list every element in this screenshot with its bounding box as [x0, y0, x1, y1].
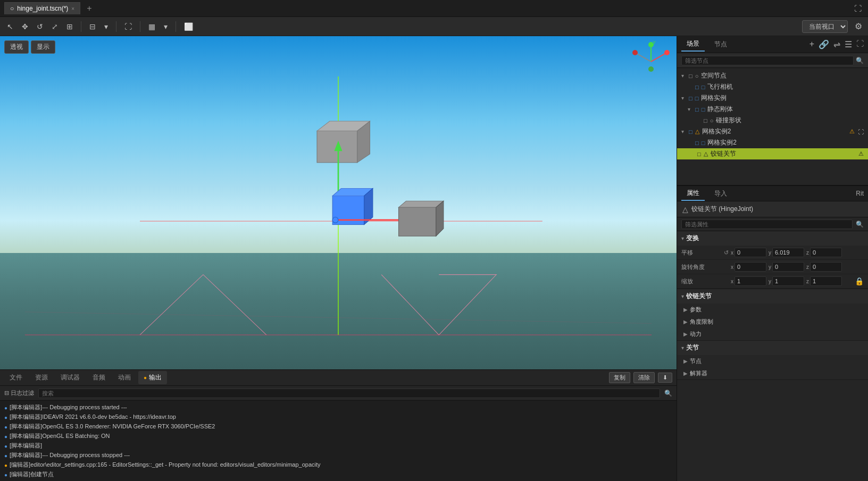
tree-item-collision[interactable]: □ ○ 碰撞形状 [677, 115, 868, 126]
scale-lock-btn[interactable]: 🔒 [855, 277, 864, 285]
translate-y-input[interactable] [772, 248, 804, 257]
scene-tab-icon: ○ [10, 5, 14, 12]
angle-subsection: ▶ 角度限制 [677, 316, 868, 328]
joint-section-header[interactable]: ▾ 关节 [677, 341, 868, 355]
svg-line-21 [651, 53, 666, 62]
panel-menu-btn[interactable]: ☰ [845, 39, 852, 49]
display-mode-btn[interactable]: 显示 [31, 40, 55, 54]
node-panel-tab[interactable]: 节点 [709, 38, 732, 51]
scale-z-input[interactable] [810, 276, 842, 286]
tree-item-camera[interactable]: □ □ 飞行相机 [677, 81, 868, 92]
viewport-settings-btn[interactable]: ⚙ [853, 20, 864, 33]
console-tab-output[interactable]: 输出 [138, 371, 167, 384]
scale-tool-btn[interactable]: ⤢ [49, 21, 61, 32]
rotation-y-input[interactable] [772, 262, 804, 272]
params-header[interactable]: ▶ 参数 [677, 303, 868, 316]
transform-arrow-icon: ▾ [681, 235, 684, 241]
snap-menu-btn[interactable]: ▾ [102, 21, 111, 32]
viewport-btn[interactable]: ⬜ [181, 21, 196, 32]
warning-icon: ⚠ [849, 128, 855, 135]
rz-axis-label: z [806, 264, 809, 270]
tree-item-static-body[interactable]: ▾ □ □ 静态刚体 [677, 104, 868, 115]
log-filter-btn[interactable]: ⊟ 日志过滤 [4, 389, 34, 397]
node-sub-icon: □ [702, 106, 705, 113]
props-filter: 🔍 [677, 217, 868, 231]
scale-x-group: x [731, 276, 766, 286]
x-axis-label: x [731, 250, 733, 256]
tree-item-mesh2-parent[interactable]: ▾ □ △ 网格实例2 ⚠ ⛶ [677, 126, 868, 137]
console-tab-assets[interactable]: 资源 [30, 371, 53, 384]
log-line: ● [脚本编辑器]--- Debugging process stopped -… [4, 451, 672, 460]
console-tab-files[interactable]: 文件 [4, 371, 28, 384]
local-tool-btn[interactable]: ⊞ [64, 21, 76, 32]
console-tab-audio[interactable]: 音频 [87, 371, 111, 384]
solver-header[interactable]: ▶ 解算器 [677, 367, 868, 379]
props-filter-input[interactable] [681, 220, 853, 229]
node-type-icon: □ [689, 95, 692, 102]
console-tab-debugger[interactable]: 调试器 [55, 371, 85, 384]
viewport-gizmo[interactable]: Y [630, 40, 672, 85]
select-tool-btn[interactable]: ↖ [4, 21, 16, 32]
orientation-gizmo-svg: Y [630, 40, 672, 83]
tab-close-btn[interactable]: × [71, 6, 74, 12]
scale-row: 缩放 ↺ x y z [677, 274, 868, 289]
tree-item-mesh[interactable]: ▾ □ □ 网格实例 [677, 92, 868, 104]
move-tool-btn[interactable]: ✥ [19, 21, 31, 32]
tree-item-spatial[interactable]: ▾ □ ○ 空间节点 [677, 70, 868, 81]
props-tab-import[interactable]: 导入 [709, 187, 732, 200]
angle-header[interactable]: ▶ 角度限制 [677, 316, 868, 328]
rotate-tool-btn[interactable]: ↺ [34, 21, 46, 32]
translate-x-input[interactable] [735, 248, 766, 257]
params-title: 参数 [690, 306, 702, 314]
snap-btn[interactable]: ⊟ [87, 21, 98, 32]
motor-header[interactable]: ▶ 动力 [677, 328, 868, 340]
layout-menu-btn[interactable]: ▾ [161, 21, 170, 32]
add-node-btn[interactable]: + [809, 39, 814, 49]
copy-btn[interactable]: 复制 [609, 372, 630, 383]
window-controls: ⛶ [852, 3, 864, 14]
translate-z-input[interactable] [810, 248, 842, 257]
scale-x-input[interactable] [735, 276, 766, 286]
scene-tab[interactable]: ○ hinge_joint.tscn(*) × [4, 2, 80, 14]
viewport-3d[interactable]: 透视 显示 Y [0, 36, 677, 369]
tree-item-mesh2-child[interactable]: □ □ 网格实例2 [677, 137, 868, 148]
tree-item-hinge[interactable]: □ △ 铰链关节 ⚠ [677, 148, 868, 159]
transform-tools: ↖ ✥ ↺ ⤢ ⊞ [4, 21, 76, 32]
connect-btn[interactable]: ⇌ [833, 39, 840, 49]
transform-section-title: 变换 [686, 234, 699, 243]
perspective-view-btn[interactable]: 透视 [4, 40, 29, 54]
motor-arrow-icon: ▶ [683, 331, 688, 337]
console-tab-anim[interactable]: 动画 [113, 371, 136, 384]
layout-btn[interactable]: ▦ [146, 21, 158, 32]
log-dot: ● [4, 433, 7, 441]
scene-panel-tab[interactable]: 场景 [681, 37, 705, 52]
node-type-icon: □ [704, 117, 707, 124]
maximize-icon[interactable]: ⛶ [852, 3, 864, 14]
rotation-x-input[interactable] [735, 262, 766, 272]
toolbar-sep-3 [140, 21, 140, 32]
scene-search-icon[interactable]: 🔍 [856, 57, 864, 64]
hinge-section-header[interactable]: ▾ 铰链关节 [677, 289, 868, 303]
translate-reset-btn[interactable]: ↺ [724, 249, 729, 256]
rotation-z-input[interactable] [810, 262, 842, 272]
download-btn[interactable]: ⬇ [658, 373, 672, 383]
log-text: [编辑器]创建节点 [10, 470, 54, 479]
new-tab-btn[interactable]: + [85, 4, 94, 13]
props-tab-attr[interactable]: 属性 [681, 187, 705, 201]
panel-resize-btn[interactable]: ⛶ [856, 39, 864, 49]
transform-section-header[interactable]: ▾ 变换 [677, 231, 868, 246]
joint-node-header[interactable]: ▶ 节点 [677, 355, 868, 367]
fullscreen-btn[interactable]: ⛶ [122, 21, 135, 32]
console-search-input[interactable] [38, 389, 660, 398]
scene-filter-input[interactable] [681, 56, 854, 65]
expand-icon: ▾ [681, 73, 688, 79]
viewport-mode-select[interactable]: 当前视口 [802, 20, 848, 33]
console-tabs: 文件 资源 调试器 音频 动画 输出 复制 清除 ⬇ [0, 370, 677, 386]
node-type-icon: □ [689, 129, 692, 135]
viewport-area: 透视 显示 Y [0, 36, 677, 481]
props-extra-icon[interactable]: Rit [856, 190, 864, 197]
clear-btn[interactable]: 清除 [633, 372, 655, 383]
link-btn[interactable]: 🔗 [819, 39, 829, 49]
snap-tools: ⊟ ▾ [87, 21, 111, 32]
scale-y-input[interactable] [772, 276, 804, 286]
